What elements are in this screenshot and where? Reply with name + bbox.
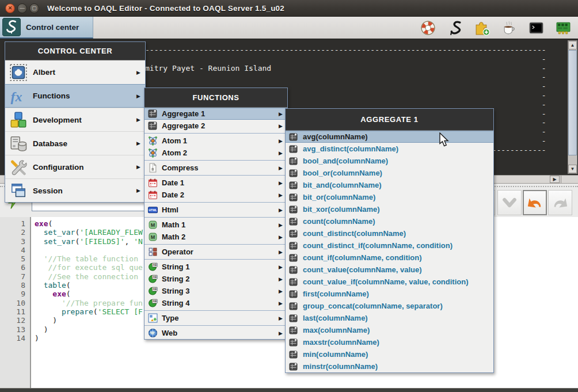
aggregate1-item-count_distinct_if[interactable]: count_distinct_if(columnName, condition) [286, 239, 493, 252]
help-lifebuoy-icon[interactable] [420, 20, 436, 36]
submenu-arrow-icon: ▶ [136, 164, 140, 170]
sidebar-item-database[interactable]: Database▶ [5, 131, 145, 155]
functions-item-html[interactable]: HTMLHtml▶ [144, 204, 287, 216]
sidebar-item-session[interactable]: Session▶ [5, 178, 145, 202]
code-line[interactable]: exe( [35, 290, 143, 298]
functions-item-web[interactable]: Web▶ [144, 327, 287, 339]
code-line[interactable]: //for execute sql que [35, 263, 143, 272]
session-icon [10, 182, 27, 199]
aggregate1-item-count_value[interactable]: count_value(columnName, value) [286, 264, 493, 276]
aggregate-icon [289, 277, 298, 287]
functions-item-type[interactable]: Type▶ [144, 312, 287, 324]
code-line[interactable] [35, 246, 143, 254]
coffee-icon[interactable] [501, 20, 517, 36]
network-card-icon[interactable] [556, 20, 571, 36]
sidebar-item-configuration[interactable]: Configuration▶ [5, 155, 145, 178]
functions-item-string-3[interactable]: ABString 3▶ [144, 285, 287, 297]
submenu-arrow-icon: ▶ [279, 222, 283, 228]
functions-item-atom-1[interactable]: Atom 1▶ [144, 135, 287, 147]
console-vertical-scrollbar[interactable]: ▲ ▼ [568, 40, 577, 174]
aggregate1-item-maxstr[interactable]: maxstr(columnName) [286, 336, 493, 348]
functions-item-operator[interactable]: Operator▶ [144, 246, 287, 258]
oaql-logo-icon [2, 18, 21, 36]
sidebar-item-functions[interactable]: fxFunctions▶ [5, 84, 145, 108]
maximize-icon[interactable]: ▢ [29, 3, 39, 13]
aggregate1-item-bit_or[interactable]: bit_or(columnName) [286, 191, 493, 203]
window-controls: ✕ — ▢ [5, 3, 39, 13]
functions-item-compress[interactable]: Compress▶ [144, 162, 287, 174]
aggregate-icon [289, 229, 298, 238]
scrollbar-thumb[interactable] [568, 50, 577, 155]
atom-icon [148, 148, 158, 158]
scroll-down-icon[interactable]: ▼ [568, 165, 577, 173]
minimize-icon[interactable]: — [17, 3, 27, 13]
terminal-icon[interactable] [528, 20, 544, 36]
toolbar-icon-group [420, 17, 571, 39]
code-line[interactable]: '//The prepare fun [35, 299, 143, 307]
database-icon [10, 135, 27, 152]
menu-item-label: bit_xor(columnName) [303, 205, 380, 214]
functions-item-string-1[interactable]: ABString 1▶ [144, 261, 287, 273]
code-line[interactable]: '//The table function [35, 254, 143, 263]
aggregate1-item-avg[interactable]: avg(columnName) [286, 131, 493, 143]
aggregate1-item-count[interactable]: count(columnName) [286, 215, 493, 227]
functions-item-math-1[interactable]: MMath 1▶ [144, 219, 287, 231]
close-icon[interactable]: ✕ [5, 3, 15, 13]
functions-item-aggregate-2[interactable]: Aggregate 2▶ [144, 120, 287, 132]
math-icon: M [148, 220, 158, 230]
sidebar-item-development[interactable]: Development▶ [5, 108, 145, 131]
code-line[interactable]: prepare('SELECT [F [35, 307, 143, 316]
code-line[interactable]: ) [35, 334, 143, 342]
functions-item-atom-2[interactable]: Atom 2▶ [144, 147, 287, 159]
redo-button[interactable] [548, 190, 572, 215]
menu-item-label: maxstr(columnName) [303, 338, 379, 347]
svg-text:AB: AB [153, 276, 157, 279]
undo-button[interactable] [523, 190, 547, 215]
code-line[interactable]: set_var('[ALREADY_FLEW [35, 228, 143, 237]
functions-item-aggregate-1[interactable]: Aggregate 1▶ [144, 108, 287, 120]
string-icon: AB [148, 286, 158, 296]
aggregate-icon [289, 181, 298, 190]
aggregate1-item-bool_and[interactable]: bool_and(columnName) [286, 155, 493, 167]
code-line[interactable]: ) [35, 325, 143, 334]
aggregate1-item-bool_or[interactable]: bool_or(columnName) [286, 167, 493, 179]
functions-item-string-2[interactable]: ABString 2▶ [144, 273, 287, 285]
collapse-button[interactable] [497, 190, 522, 215]
code-text[interactable]: exe( set_var('[ALREADY_FLEW set_var('[FI… [35, 219, 143, 342]
status-bar [0, 388, 578, 392]
aggregate1-item-min[interactable]: min(columnName) [286, 348, 493, 360]
functions-item-math-2[interactable]: MMath 2▶ [144, 231, 287, 243]
code-line[interactable]: exe( [35, 219, 143, 228]
control-center-button[interactable]: Control center [0, 17, 93, 39]
plugin-add-icon[interactable] [474, 20, 490, 36]
code-line[interactable]: set_var('[FIELDS]', 'N [35, 237, 143, 246]
window-title: Welcome to OAQL Editor - Connected to OA… [47, 4, 284, 13]
aggregate1-item-count_distinct[interactable]: count_distinct(columnName) [286, 227, 493, 239]
scroll-up-icon[interactable]: ▲ [568, 41, 577, 50]
menu-item-label: Aggregate 1 [162, 109, 205, 118]
aggregate1-item-max[interactable]: max(columnName) [286, 324, 493, 336]
code-line[interactable]: table( [35, 281, 143, 290]
functions-item-string-4[interactable]: ABString 4▶ [144, 297, 287, 309]
functions-item-date-1[interactable]: Date 1▶ [144, 177, 287, 189]
code-line[interactable]: ) [35, 316, 143, 325]
sidebar-item-albert[interactable]: Albert▶ [5, 60, 145, 84]
aggregate1-item-minstr[interactable]: minstr(columnName) [286, 360, 493, 372]
albert-icon [10, 64, 27, 81]
aggregate1-item-group_concat[interactable]: group_concat(columnName, separator) [286, 300, 493, 312]
functions-item-date-2[interactable]: Date 2▶ [144, 189, 287, 201]
aggregate1-item-first[interactable]: first(columnName) [286, 288, 493, 300]
aggregate-icon [289, 205, 298, 214]
string-icon: AB [148, 262, 158, 272]
aggregate1-item-last[interactable]: last(columnName) [286, 312, 493, 324]
aggregate1-item-bit_xor[interactable]: bit_xor(columnName) [286, 203, 493, 215]
string-icon: AB [148, 298, 158, 308]
aggregate1-item-count_value_if[interactable]: count_value_if(columnName, value, condit… [286, 276, 493, 288]
submenu-arrow-icon: ▶ [279, 123, 283, 129]
aggregate1-item-bit_and[interactable]: bit_and(columnName) [286, 179, 493, 191]
snake-icon[interactable] [447, 20, 463, 36]
scroll-right-icon[interactable]: ▶ [550, 176, 560, 183]
aggregate1-item-avg_distinct[interactable]: avg_distinct(columnName) [286, 143, 493, 155]
code-line[interactable]: //See the connection [35, 272, 143, 281]
aggregate1-item-count_if[interactable]: count_if(columnName, condition) [286, 252, 493, 264]
